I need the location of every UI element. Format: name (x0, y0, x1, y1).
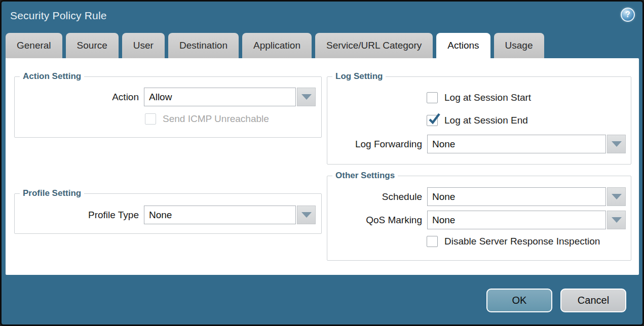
action-label: Action (15, 92, 139, 103)
profile-setting-legend: Profile Setting (20, 188, 84, 198)
schedule-dropdown-button[interactable] (607, 187, 626, 206)
security-policy-rule-dialog: Security Policy Rule ? General Source Us… (0, 0, 644, 326)
log-forwarding-dropdown-button[interactable] (607, 135, 626, 153)
log-session-end-label: Log at Session End (444, 115, 528, 126)
log-forwarding-row: Log Forwarding None (327, 135, 631, 153)
schedule-label: Schedule (327, 191, 422, 202)
ok-button[interactable]: OK (486, 289, 552, 312)
send-icmp-row: Send ICMP Unreachable (145, 113, 321, 125)
log-forwarding-dropdown-value[interactable]: None (427, 135, 606, 153)
log-session-start-checkbox[interactable] (427, 92, 438, 103)
checkmark-icon (427, 112, 441, 126)
tab-application[interactable]: Application (242, 33, 312, 58)
chevron-down-icon (612, 194, 622, 199)
tab-content-panel: Action Setting Action Allow Send ICMP Un… (6, 58, 639, 275)
profile-type-label: Profile Type (15, 210, 139, 221)
dsri-row: Disable Server Response Inspection (427, 236, 631, 247)
chevron-down-icon (612, 217, 622, 223)
schedule-dropdown-value[interactable]: None (427, 187, 606, 206)
log-setting-legend: Log Setting (332, 71, 386, 82)
tab-user[interactable]: User (122, 33, 165, 58)
chevron-down-icon (301, 94, 312, 100)
action-row: Action Allow (15, 88, 321, 106)
chevron-down-icon (301, 212, 312, 218)
profile-type-row: Profile Type None (15, 206, 321, 224)
action-dropdown-value[interactable]: Allow (144, 88, 296, 106)
log-session-end-row: Log at Session End (427, 115, 631, 126)
profile-type-dropdown-value[interactable]: None (144, 206, 296, 224)
help-icon[interactable]: ? (621, 8, 635, 22)
qos-marking-dropdown-button[interactable] (607, 211, 626, 229)
action-setting-group: Action Setting Action Allow Send ICMP Un… (14, 71, 322, 138)
log-forwarding-label: Log Forwarding (327, 139, 422, 150)
dsri-label: Disable Server Response Inspection (444, 236, 600, 247)
cancel-button[interactable]: Cancel (560, 289, 626, 312)
qos-marking-row: QoS Marking None (327, 211, 631, 229)
log-forwarding-dropdown: None (427, 135, 626, 153)
profile-setting-group: Profile Setting Profile Type None (14, 188, 322, 234)
tab-general[interactable]: General (6, 33, 62, 58)
profile-type-dropdown-button[interactable] (297, 206, 316, 224)
qos-marking-dropdown: None (427, 211, 626, 229)
qos-marking-dropdown-value[interactable]: None (427, 211, 606, 229)
send-icmp-label: Send ICMP Unreachable (163, 113, 269, 125)
action-dropdown-button[interactable] (297, 88, 316, 106)
tab-bar: General Source User Destination Applicat… (6, 33, 638, 58)
action-dropdown: Allow (144, 88, 316, 106)
tab-usage[interactable]: Usage (494, 33, 544, 58)
dialog-title: Security Policy Rule (10, 10, 107, 22)
schedule-row: Schedule None (327, 187, 631, 206)
log-session-start-row: Log at Session Start (427, 92, 631, 103)
tab-source[interactable]: Source (66, 33, 119, 58)
qos-marking-label: QoS Marking (327, 215, 422, 226)
schedule-dropdown: None (427, 187, 626, 206)
tab-service-url-category[interactable]: Service/URL Category (315, 33, 433, 58)
send-icmp-checkbox (145, 113, 156, 125)
profile-type-dropdown: None (144, 206, 316, 224)
log-session-end-checkbox[interactable] (427, 115, 438, 126)
other-settings-group: Other Settings Schedule None QoS Marking… (327, 171, 631, 261)
other-settings-legend: Other Settings (332, 171, 398, 181)
log-session-start-label: Log at Session Start (444, 92, 531, 103)
chevron-down-icon (612, 141, 622, 147)
tab-destination[interactable]: Destination (168, 33, 239, 58)
dsri-checkbox[interactable] (427, 236, 438, 247)
action-setting-legend: Action Setting (20, 71, 84, 82)
log-setting-group: Log Setting Log at Session Start Log at … (327, 71, 631, 165)
tab-actions[interactable]: Actions (436, 33, 490, 58)
